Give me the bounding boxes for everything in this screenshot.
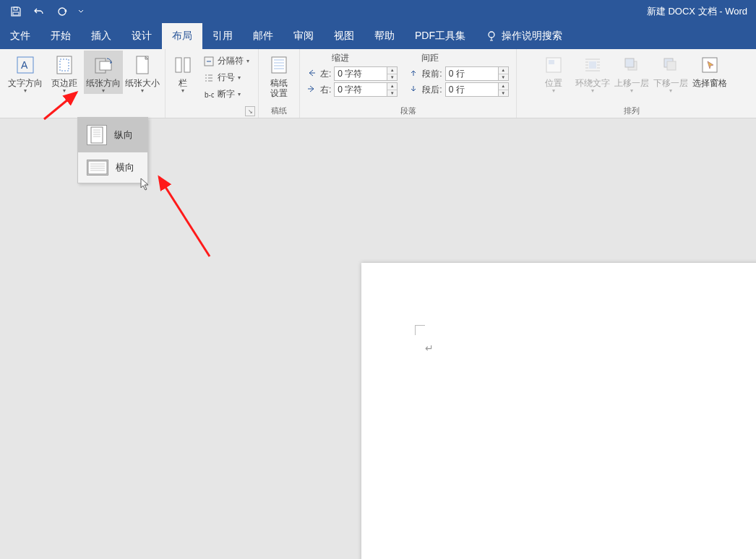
tab-pdf-tools[interactable]: PDF工具集 xyxy=(405,23,476,49)
tab-view[interactable]: 视图 xyxy=(324,23,364,49)
tab-insert[interactable]: 插入 xyxy=(81,23,121,49)
svg-rect-24 xyxy=(91,127,103,143)
page-size-button[interactable]: 纸张大小 ▾ xyxy=(123,51,162,94)
tab-layout[interactable]: 布局 xyxy=(162,23,202,49)
undo-button[interactable] xyxy=(29,2,49,21)
svg-rect-11 xyxy=(176,58,181,72)
svg-rect-22 xyxy=(667,61,676,70)
margins-button[interactable]: 页边距 ▾ xyxy=(45,51,84,94)
svg-rect-25 xyxy=(88,161,107,174)
page-setup-dialog-launcher[interactable]: ↘ xyxy=(245,106,255,116)
svg-text:A: A xyxy=(21,59,28,71)
ribbon: A 文字方向 ▾ 页边距 ▾ 纸张方向 ▾ xyxy=(0,49,756,118)
send-backward-button: 下移一层 ▾ xyxy=(651,51,690,94)
manuscript-settings-button[interactable]: 稿纸 设置 xyxy=(262,51,296,98)
spacing-after-label: 段后: xyxy=(422,84,442,96)
line-numbers-icon xyxy=(203,72,215,84)
columns-icon xyxy=(171,53,194,77)
indent-left-input[interactable]: 0 字符 xyxy=(334,66,387,81)
tell-me-label: 操作说明搜索 xyxy=(502,30,562,43)
margin-corner-mark xyxy=(415,325,425,335)
spacing-header: 间距 xyxy=(421,52,439,64)
tab-home[interactable]: 开始 xyxy=(40,23,81,49)
indent-right-label: 右: xyxy=(320,84,331,96)
hyphenation-icon: b-c xyxy=(203,89,215,100)
page-size-icon xyxy=(131,53,154,77)
group-label-arrange: 排列 xyxy=(534,105,729,118)
svg-text:b-c: b-c xyxy=(205,91,214,99)
svg-point-2 xyxy=(59,8,66,15)
indent-right-icon xyxy=(307,84,317,95)
redo-button[interactable] xyxy=(52,2,72,21)
spacing-after-icon xyxy=(409,84,419,95)
group-label-manuscript: 稿纸 xyxy=(262,105,296,118)
chevron-down-icon: ▾ xyxy=(102,88,105,94)
title-bar: 新建 DOCX 文档 - Word xyxy=(0,0,756,23)
wrap-text-button: 环绕文字 ▾ xyxy=(573,51,612,94)
columns-button[interactable]: 栏 ▾ xyxy=(168,51,197,94)
ribbon-tab-strip: 文件 开始 插入 设计 布局 引用 邮件 审阅 视图 帮助 PDF工具集 操作说… xyxy=(0,23,756,49)
hyphenation-button[interactable]: b-c 断字▾ xyxy=(200,87,252,102)
portrait-icon xyxy=(87,125,107,145)
tab-mailings[interactable]: 邮件 xyxy=(243,23,283,49)
svg-rect-9 xyxy=(100,61,111,70)
chevron-down-icon: ▾ xyxy=(141,88,144,94)
send-backward-icon xyxy=(659,53,682,77)
indent-header: 缩进 xyxy=(332,52,349,64)
tab-review[interactable]: 审阅 xyxy=(283,23,324,49)
text-direction-icon: A xyxy=(14,53,37,77)
chevron-down-icon: ▾ xyxy=(24,88,27,94)
wrap-text-icon xyxy=(581,53,604,77)
svg-rect-1 xyxy=(13,12,19,15)
tab-help[interactable]: 帮助 xyxy=(364,23,405,49)
chevron-down-icon: ▾ xyxy=(63,88,66,94)
position-button: 位置 ▾ xyxy=(534,51,573,94)
svg-rect-18 xyxy=(589,61,596,69)
orientation-icon xyxy=(92,53,115,77)
svg-rect-20 xyxy=(625,58,634,67)
breaks-icon xyxy=(203,56,215,67)
qat-customize-button[interactable] xyxy=(75,2,87,21)
tab-references[interactable]: 引用 xyxy=(202,23,243,49)
spacing-before-input[interactable]: 0 行 xyxy=(445,66,499,81)
svg-rect-12 xyxy=(184,58,190,72)
window-title: 新建 DOCX 文档 - Word xyxy=(647,0,747,23)
document-page[interactable]: ↵ xyxy=(361,263,756,559)
indent-left-label: 左: xyxy=(320,68,331,80)
selection-pane-icon xyxy=(698,53,721,77)
position-icon xyxy=(542,53,565,77)
tab-file[interactable]: 文件 xyxy=(0,23,40,49)
margins-icon xyxy=(53,53,76,77)
svg-rect-0 xyxy=(14,7,17,10)
orientation-portrait-item[interactable]: 纵向 xyxy=(78,118,147,152)
breaks-button[interactable]: 分隔符▾ xyxy=(200,53,252,69)
indent-left-icon xyxy=(307,69,317,79)
bring-forward-icon xyxy=(620,53,643,77)
paragraph-mark: ↵ xyxy=(425,342,434,354)
indent-left-spinner[interactable]: ▲▼ xyxy=(387,66,398,81)
line-numbers-button[interactable]: 行号▾ xyxy=(200,70,252,85)
spacing-before-icon xyxy=(409,69,419,79)
selection-pane-button[interactable]: 选择窗格 xyxy=(690,51,729,88)
indent-right-input[interactable]: 0 字符 xyxy=(334,82,387,97)
svg-point-3 xyxy=(489,32,494,38)
tell-me-search[interactable]: 操作说明搜索 xyxy=(476,23,572,49)
landscape-icon xyxy=(87,160,108,176)
text-direction-button[interactable]: A 文字方向 ▾ xyxy=(6,51,45,94)
tab-design[interactable]: 设计 xyxy=(121,23,162,49)
document-area[interactable]: ↵ xyxy=(0,118,756,559)
orientation-landscape-item[interactable]: 横向 xyxy=(78,152,147,183)
save-button[interactable] xyxy=(6,2,26,21)
orientation-dropdown: 纵向 横向 xyxy=(77,117,148,183)
manuscript-icon xyxy=(267,53,291,77)
quick-access-toolbar xyxy=(0,2,87,21)
svg-rect-15 xyxy=(272,57,286,73)
indent-right-spinner[interactable]: ▲▼ xyxy=(387,82,398,97)
mouse-cursor-icon xyxy=(140,178,150,191)
bring-forward-button: 上移一层 ▾ xyxy=(612,51,651,94)
spacing-after-input[interactable]: 0 行 xyxy=(445,82,499,97)
spacing-after-spinner[interactable]: ▲▼ xyxy=(499,82,509,97)
spacing-before-spinner[interactable]: ▲▼ xyxy=(499,66,509,81)
orientation-button[interactable]: 纸张方向 ▾ xyxy=(84,51,123,94)
group-label-paragraph: 段落 xyxy=(303,105,513,118)
